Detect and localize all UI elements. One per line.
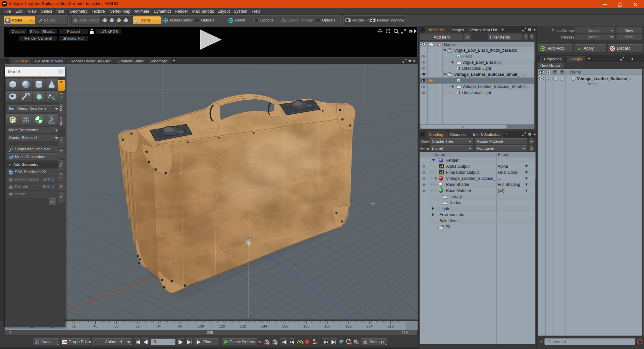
svg-text:108: 108 xyxy=(198,324,204,328)
svg-text:A: A xyxy=(48,93,52,100)
svg-text:144: 144 xyxy=(261,324,267,328)
svg-text:204: 204 xyxy=(367,324,373,328)
svg-text:168: 168 xyxy=(303,324,309,328)
svg-text:&: & xyxy=(52,95,55,101)
svg-text:84: 84 xyxy=(157,324,161,328)
svg-text:192: 192 xyxy=(345,324,352,328)
svg-text:48: 48 xyxy=(93,324,97,328)
svg-text:120: 120 xyxy=(219,324,225,328)
svg-text:72: 72 xyxy=(136,324,140,328)
svg-text:180: 180 xyxy=(324,324,330,328)
svg-text:216: 216 xyxy=(387,324,393,328)
svg-text:96: 96 xyxy=(178,324,182,328)
svg-text:+X: +X xyxy=(371,201,376,206)
svg-text:132: 132 xyxy=(240,324,246,328)
svg-text:36: 36 xyxy=(72,324,76,328)
svg-text:156: 156 xyxy=(282,324,288,328)
svg-text:60: 60 xyxy=(114,324,118,328)
